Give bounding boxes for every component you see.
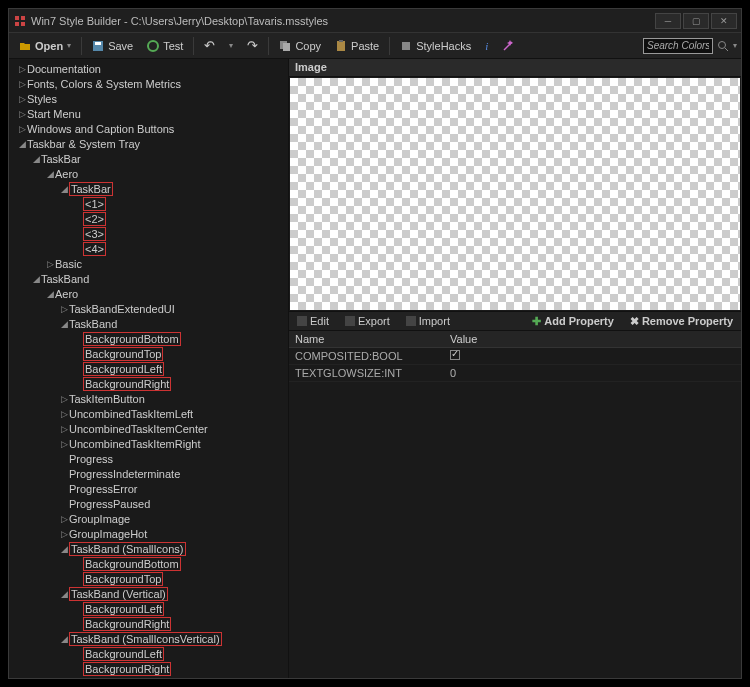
tree-node[interactable]: ◢TaskBand (9, 271, 288, 286)
tree-node[interactable]: ▷Styles (9, 91, 288, 106)
close-button[interactable]: ✕ (711, 13, 737, 29)
copy-button[interactable]: Copy (273, 36, 327, 56)
tree-label: ProgressIndeterminate (69, 468, 180, 480)
search-dropdown-icon[interactable]: ▾ (733, 41, 737, 50)
import-button[interactable]: Import (398, 312, 458, 330)
expand-icon[interactable]: ▷ (17, 109, 27, 119)
collapse-icon[interactable]: ◢ (59, 184, 69, 194)
expand-icon[interactable]: ▷ (59, 529, 69, 539)
collapse-icon[interactable]: ◢ (31, 154, 41, 164)
stylehacks-button[interactable]: StyleHacks (394, 36, 477, 56)
add-property-button[interactable]: ✚Add Property (524, 312, 622, 330)
tree-node[interactable]: BackgroundLeft (9, 646, 288, 661)
column-value[interactable]: Value (444, 331, 624, 347)
test-button[interactable]: Test (141, 36, 189, 56)
tree-node[interactable]: ◢Aero (9, 286, 288, 301)
tree-node[interactable]: BackgroundBottom (9, 331, 288, 346)
tree-node[interactable]: ▷TaskBandExtendedUI (9, 301, 288, 316)
tree-node[interactable]: ▷Start Menu (9, 106, 288, 121)
collapse-icon[interactable]: ◢ (45, 169, 55, 179)
remove-property-button[interactable]: ✖Remove Property (622, 312, 741, 330)
tree-node[interactable]: ▷TaskItemButton (9, 391, 288, 406)
tree-node[interactable]: ◢TaskBand (SmallIcons) (9, 541, 288, 556)
tree-node[interactable]: ▷GroupImageHot (9, 526, 288, 541)
minimize-button[interactable]: ─ (655, 13, 681, 29)
collapse-icon[interactable]: ◢ (45, 289, 55, 299)
property-row[interactable]: TEXTGLOWSIZE:INT0 (289, 365, 741, 382)
expand-icon[interactable]: ▷ (17, 124, 27, 134)
collapse-icon[interactable]: ◢ (59, 319, 69, 329)
expand-icon[interactable]: ▷ (17, 64, 27, 74)
tree-node[interactable]: ▷UncombinedTaskItemLeft (9, 406, 288, 421)
expand-icon[interactable]: ▷ (59, 409, 69, 419)
folder-icon (19, 40, 31, 52)
column-name[interactable]: Name (289, 331, 444, 347)
column-extra[interactable] (624, 331, 741, 347)
expand-icon[interactable]: ▷ (59, 424, 69, 434)
expand-icon[interactable]: ▷ (17, 94, 27, 104)
tree-node[interactable]: ▷Scroll Bar (9, 676, 288, 678)
collapse-icon[interactable]: ◢ (17, 139, 27, 149)
tree-node[interactable]: <4> (9, 241, 288, 256)
tree-node[interactable]: ProgressError (9, 481, 288, 496)
tree-node[interactable]: <2> (9, 211, 288, 226)
expand-icon[interactable]: ▷ (45, 259, 55, 269)
tree-node[interactable]: BackgroundTop (9, 346, 288, 361)
expand-icon[interactable]: ▷ (59, 514, 69, 524)
collapse-icon[interactable]: ◢ (31, 274, 41, 284)
tree-node[interactable]: ◢TaskBar (9, 181, 288, 196)
tree-node[interactable]: ◢TaskBar (9, 151, 288, 166)
search-icon[interactable] (717, 40, 729, 52)
undo-dropdown[interactable]: ▾ (223, 36, 239, 56)
image-preview[interactable] (290, 78, 740, 310)
tree-node[interactable]: BackgroundTop (9, 571, 288, 586)
export-button[interactable]: Export (337, 312, 398, 330)
tree-node[interactable]: ProgressIndeterminate (9, 466, 288, 481)
expand-icon[interactable]: ▷ (59, 304, 69, 314)
tree-node[interactable]: ◢Aero (9, 166, 288, 181)
tree-node[interactable]: ◢TaskBand (SmallIconsVertical) (9, 631, 288, 646)
tree-node[interactable]: ◢Taskbar & System Tray (9, 136, 288, 151)
tree-node[interactable]: ▷GroupImage (9, 511, 288, 526)
paste-button[interactable]: Paste (329, 36, 385, 56)
tree-node[interactable]: BackgroundRight (9, 376, 288, 391)
wand-button[interactable] (496, 36, 520, 56)
tree-node[interactable]: ▷UncombinedTaskItemRight (9, 436, 288, 451)
undo-button[interactable]: ↶ (198, 36, 221, 56)
tree-node[interactable]: BackgroundRight (9, 661, 288, 676)
collapse-icon[interactable]: ◢ (59, 589, 69, 599)
expand-icon[interactable]: ▷ (59, 439, 69, 449)
tree-label: Aero (55, 288, 78, 300)
tree-node[interactable]: BackgroundLeft (9, 601, 288, 616)
maximize-button[interactable]: ▢ (683, 13, 709, 29)
tree-node[interactable]: ▷UncombinedTaskItemCenter (9, 421, 288, 436)
tree-node[interactable]: ▷Fonts, Colors & System Metrics (9, 76, 288, 91)
tree-label: <1> (83, 197, 106, 211)
collapse-icon[interactable]: ◢ (59, 634, 69, 644)
edit-button[interactable]: Edit (289, 312, 337, 330)
open-button[interactable]: Open ▾ (13, 36, 77, 56)
tree-node[interactable]: Progress (9, 451, 288, 466)
window-controls: ─ ▢ ✕ (655, 13, 737, 29)
tree-panel[interactable]: ▷Documentation▷Fonts, Colors & System Me… (9, 59, 289, 678)
tree-node[interactable]: ◢TaskBand (9, 316, 288, 331)
tree-node[interactable]: <1> (9, 196, 288, 211)
redo-button[interactable]: ↷ (241, 36, 264, 56)
tree-node[interactable]: BackgroundRight (9, 616, 288, 631)
search-input[interactable] (643, 38, 713, 54)
expand-icon[interactable]: ▷ (17, 79, 27, 89)
tree-node[interactable]: BackgroundLeft (9, 361, 288, 376)
tree-node[interactable]: ▷Windows and Caption Buttons (9, 121, 288, 136)
tree-node[interactable]: ▷Basic (9, 256, 288, 271)
tree-node[interactable]: ◢TaskBand (Vertical) (9, 586, 288, 601)
tree-node[interactable]: ▷Documentation (9, 61, 288, 76)
collapse-icon[interactable]: ◢ (59, 544, 69, 554)
tree-node[interactable]: ProgressPaused (9, 496, 288, 511)
tree-label: Scroll Bar (69, 678, 117, 679)
tree-node[interactable]: <3> (9, 226, 288, 241)
expand-icon[interactable]: ▷ (59, 394, 69, 404)
info-button[interactable]: i (479, 36, 494, 56)
tree-node[interactable]: BackgroundBottom (9, 556, 288, 571)
property-row[interactable]: COMPOSITED:BOOL (289, 348, 741, 365)
save-button[interactable]: Save (86, 36, 139, 56)
